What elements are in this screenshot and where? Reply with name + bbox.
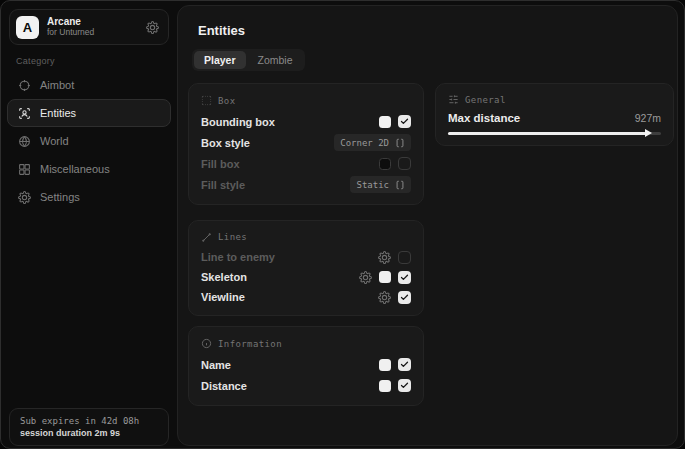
box-style-dropdown[interactable]: Corner 2D xyxy=(334,134,411,151)
section-title: Box xyxy=(218,96,235,106)
sliders-icon xyxy=(448,94,459,105)
setting-row-viewline: Viewline xyxy=(201,287,411,307)
checkbox-checked[interactable] xyxy=(398,115,411,128)
sidebar-item-world[interactable]: World xyxy=(7,127,171,155)
sidebar-item-settings[interactable]: Settings xyxy=(7,183,171,211)
brand-subtitle: for Unturned xyxy=(47,28,138,38)
dropdown-value: Static xyxy=(356,180,389,190)
arcane-window: A Arcane for Unturned Category Aimbot En… xyxy=(0,0,685,449)
gear-icon[interactable] xyxy=(146,21,159,34)
setting-label: Skeleton xyxy=(201,271,359,283)
sub-expiry-text: Sub expires in 42d 08h xyxy=(20,416,158,426)
check-icon xyxy=(400,293,409,302)
setting-row-name: Name xyxy=(201,354,411,375)
setting-label: Bounding box xyxy=(201,116,379,128)
setting-label: Box style xyxy=(201,137,334,149)
brand-logo: A xyxy=(16,16,39,39)
information-section: Information Name Distance xyxy=(188,326,424,406)
setting-label: Fill style xyxy=(201,179,350,191)
general-section: General Max distance 927m xyxy=(435,83,674,146)
check-icon xyxy=(400,381,409,390)
check-icon xyxy=(400,360,409,369)
max-distance-value: 927m xyxy=(635,112,661,124)
checkbox-checked[interactable] xyxy=(398,358,411,371)
brand-card: A Arcane for Unturned xyxy=(9,9,169,45)
subscription-status-card: Sub expires in 42d 08h session duration … xyxy=(9,408,169,446)
dropdown-value: Corner 2D xyxy=(340,138,389,148)
setting-label: Max distance xyxy=(448,112,635,124)
setting-label: Fill box xyxy=(201,158,379,170)
grid-icon xyxy=(18,163,31,176)
setting-label: Name xyxy=(201,359,379,371)
setting-row-fill-style: Fill style Static xyxy=(201,174,411,195)
check-icon xyxy=(400,117,409,126)
setting-row-bounding-box: Bounding box xyxy=(201,111,411,132)
section-title: Lines xyxy=(218,232,247,242)
gear-icon xyxy=(359,271,372,284)
setting-label: Viewline xyxy=(201,291,378,303)
color-swatch[interactable] xyxy=(379,359,391,371)
color-swatch[interactable] xyxy=(379,380,391,392)
setting-label: Line to enemy xyxy=(201,251,378,263)
max-distance-slider[interactable] xyxy=(448,129,661,137)
setting-row-skeleton: Skeleton xyxy=(201,267,411,287)
checkbox-checked[interactable] xyxy=(398,379,411,392)
page-title: Entities xyxy=(198,23,245,38)
row-settings-button[interactable] xyxy=(378,291,391,304)
color-swatch[interactable] xyxy=(379,158,391,170)
sidebar-nav: Aimbot Entities World Miscellaneous Sett… xyxy=(7,71,171,211)
brackets-select-icon xyxy=(395,180,405,190)
row-settings-button[interactable] xyxy=(359,271,372,284)
sidebar-item-miscellaneous[interactable]: Miscellaneous xyxy=(7,155,171,183)
sidebar-item-label: World xyxy=(40,135,69,147)
info-icon xyxy=(201,338,212,349)
diagonal-line-icon xyxy=(201,232,212,243)
slider-fill xyxy=(448,132,646,135)
category-label: Category xyxy=(16,56,55,66)
setting-label: Distance xyxy=(201,380,379,392)
sidebar-item-label: Settings xyxy=(40,191,80,203)
scan-person-icon xyxy=(18,107,31,120)
checkbox-checked[interactable] xyxy=(398,271,411,284)
tab-zombie[interactable]: Zombie xyxy=(248,51,303,69)
lines-section: Lines Line to enemy Skeleton Viewline xyxy=(188,220,424,316)
crosshair-icon xyxy=(18,79,31,92)
gear-icon xyxy=(18,191,31,204)
box-select-icon xyxy=(201,95,212,106)
setting-row-distance: Distance xyxy=(201,375,411,396)
checkbox-unchecked[interactable] xyxy=(398,251,411,264)
section-title: General xyxy=(465,95,506,105)
fill-style-dropdown[interactable]: Static xyxy=(350,176,411,193)
row-settings-button[interactable] xyxy=(378,251,391,264)
check-icon xyxy=(400,273,409,282)
color-swatch[interactable] xyxy=(379,116,391,128)
checkbox-checked[interactable] xyxy=(398,291,411,304)
setting-row-max-distance: Max distance 927m xyxy=(448,109,661,126)
checkbox-unchecked[interactable] xyxy=(398,157,411,170)
sidebar-item-label: Entities xyxy=(40,107,76,119)
brackets-select-icon xyxy=(395,138,405,148)
globe-icon xyxy=(18,135,31,148)
slider-thumb[interactable] xyxy=(645,129,652,137)
sidebar-item-label: Miscellaneous xyxy=(40,163,110,175)
sidebar-item-entities[interactable]: Entities xyxy=(7,99,171,127)
setting-row-fill-box: Fill box xyxy=(201,153,411,174)
gear-icon xyxy=(378,251,391,264)
setting-row-box-style: Box style Corner 2D xyxy=(201,132,411,153)
box-section: Box Bounding box Box style Corner 2D xyxy=(188,83,424,205)
section-title: Information xyxy=(218,339,282,349)
color-swatch[interactable] xyxy=(379,271,391,283)
sidebar-item-aimbot[interactable]: Aimbot xyxy=(7,71,171,99)
main-panel: Entities Player Zombie Box Bounding box … xyxy=(177,5,678,446)
gear-icon xyxy=(378,291,391,304)
entity-tabs: Player Zombie xyxy=(192,49,305,71)
session-duration-text: session duration 2m 9s xyxy=(20,428,158,438)
setting-row-line-to-enemy: Line to enemy xyxy=(201,247,411,267)
tab-player[interactable]: Player xyxy=(194,51,246,69)
sidebar-item-label: Aimbot xyxy=(40,79,74,91)
